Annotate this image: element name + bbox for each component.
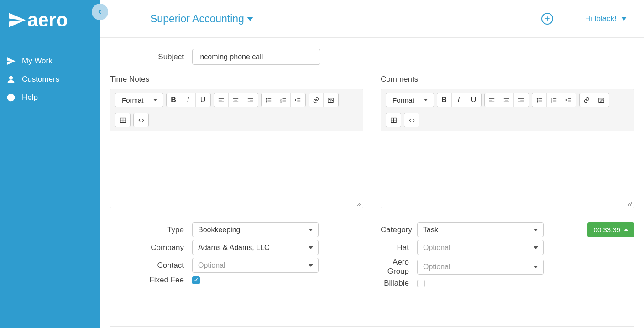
align-left-button[interactable] — [485, 93, 499, 107]
bold-button[interactable]: B — [437, 93, 452, 107]
image-icon — [327, 97, 334, 104]
category-select[interactable]: Task — [417, 222, 544, 237]
svg-text:3: 3 — [551, 100, 552, 103]
outdent-button[interactable] — [291, 93, 305, 107]
align-center-icon — [232, 97, 239, 104]
sidebar-item-label: Help — [22, 93, 38, 102]
time-notes-textarea[interactable] — [110, 131, 363, 208]
link-button[interactable] — [580, 93, 594, 107]
sidebar-item-help[interactable]: Help — [0, 89, 100, 107]
user-menu[interactable]: Hi lblack! — [585, 14, 627, 23]
svg-point-16 — [266, 101, 267, 102]
type-select[interactable]: Bookkeeping — [192, 222, 319, 237]
billable-checkbox[interactable] — [417, 280, 425, 287]
hat-label: Hat — [381, 243, 417, 252]
fixed-fee-checkbox[interactable] — [192, 276, 200, 284]
company-selector[interactable]: Superior Accounting — [150, 13, 253, 25]
align-center-button[interactable] — [229, 93, 243, 107]
table-button[interactable] — [386, 113, 401, 127]
numbered-list-button[interactable]: 123 — [547, 93, 561, 107]
editor-columns: Time Notes Format B I U — [110, 75, 634, 208]
svg-point-0 — [10, 76, 13, 79]
paper-plane-icon — [6, 10, 27, 30]
image-button[interactable] — [324, 93, 338, 107]
brand-name: aero — [27, 9, 68, 31]
code-icon — [138, 117, 145, 124]
category-label: Category — [381, 225, 417, 234]
form-left-column: Type Bookkeeping Company Adams & Adams, … — [110, 222, 363, 291]
link-icon — [583, 97, 590, 104]
svg-point-30 — [329, 99, 330, 100]
sidebar-nav: My Work Customers Help — [0, 52, 100, 107]
format-dropdown[interactable]: Format — [386, 93, 434, 107]
add-button[interactable] — [541, 13, 553, 25]
company-name: Superior Accounting — [150, 13, 244, 25]
list-ol-icon: 123 — [550, 97, 557, 104]
timer-value: 00:33:39 — [594, 226, 620, 234]
align-left-icon — [218, 97, 225, 104]
company-select[interactable]: Adams & Adams, LLC — [192, 240, 319, 255]
underline-button[interactable]: U — [466, 93, 481, 107]
subject-input[interactable] — [192, 49, 320, 65]
chevron-down-icon — [247, 17, 253, 21]
billable-label: Billable — [381, 279, 417, 288]
timer-badge[interactable]: 00:33:39 — [587, 222, 634, 237]
list-ul-icon — [265, 97, 272, 104]
aero-group-label: Aero Group — [372, 258, 417, 276]
company-label: Company — [110, 243, 192, 252]
editor-toolbar: Format B I U 123 — [110, 89, 363, 131]
main: Superior Accounting Hi lblack! Subject T… — [100, 0, 644, 328]
code-button[interactable] — [134, 113, 148, 127]
italic-button[interactable]: I — [452, 93, 466, 107]
user-greeting: Hi lblack! — [585, 14, 617, 23]
table-button[interactable] — [115, 113, 130, 127]
align-right-button[interactable] — [514, 93, 529, 107]
paper-plane-icon — [6, 57, 16, 66]
outdent-icon — [565, 97, 572, 104]
sidebar-item-my-work[interactable]: My Work — [0, 52, 100, 70]
contact-select[interactable]: Optional — [192, 258, 319, 273]
comments-label: Comments — [381, 75, 634, 84]
code-button[interactable] — [404, 113, 419, 127]
align-right-icon — [518, 97, 524, 104]
svg-point-15 — [266, 99, 267, 100]
sidebar-item-customers[interactable]: Customers — [0, 70, 100, 89]
editor-toolbar: Format B I U 123 — [381, 89, 634, 131]
table-icon — [120, 117, 126, 124]
comments-textarea[interactable] — [381, 131, 634, 208]
hat-select[interactable]: Optional — [417, 240, 544, 255]
link-icon — [313, 97, 319, 104]
code-icon — [408, 117, 415, 124]
contact-label: Contact — [110, 261, 192, 270]
plus-icon — [544, 16, 550, 22]
topbar: Superior Accounting Hi lblack! — [100, 0, 644, 38]
bold-button[interactable]: B — [167, 93, 181, 107]
outdent-icon — [294, 97, 301, 104]
brand-logo: aero — [0, 0, 100, 42]
list-ul-icon — [536, 97, 543, 104]
svg-point-45 — [537, 101, 537, 102]
link-button[interactable] — [309, 93, 324, 107]
bulleted-list-button[interactable] — [262, 93, 276, 107]
align-left-button[interactable] — [214, 93, 229, 107]
aero-group-select[interactable]: Optional — [417, 260, 544, 275]
svg-text:3: 3 — [280, 100, 282, 103]
sidebar-item-label: Customers — [22, 75, 59, 84]
table-icon — [390, 117, 397, 124]
outdent-button[interactable] — [561, 93, 576, 107]
bulleted-list-button[interactable] — [532, 93, 547, 107]
align-center-button[interactable] — [499, 93, 514, 107]
image-button[interactable] — [594, 93, 609, 107]
subject-row: Subject — [110, 49, 634, 65]
caret-up-icon — [624, 229, 628, 231]
time-notes-label: Time Notes — [110, 75, 363, 84]
svg-point-44 — [537, 99, 537, 100]
format-dropdown[interactable]: Format — [115, 93, 163, 107]
align-right-button[interactable] — [243, 93, 258, 107]
collapse-sidebar-button[interactable] — [92, 4, 108, 20]
time-notes-editor: Format B I U 123 — [110, 89, 363, 208]
italic-button[interactable]: I — [181, 93, 196, 107]
comments-column: Comments Format B I U — [381, 75, 634, 208]
underline-button[interactable]: U — [196, 93, 210, 107]
numbered-list-button[interactable]: 123 — [276, 93, 291, 107]
